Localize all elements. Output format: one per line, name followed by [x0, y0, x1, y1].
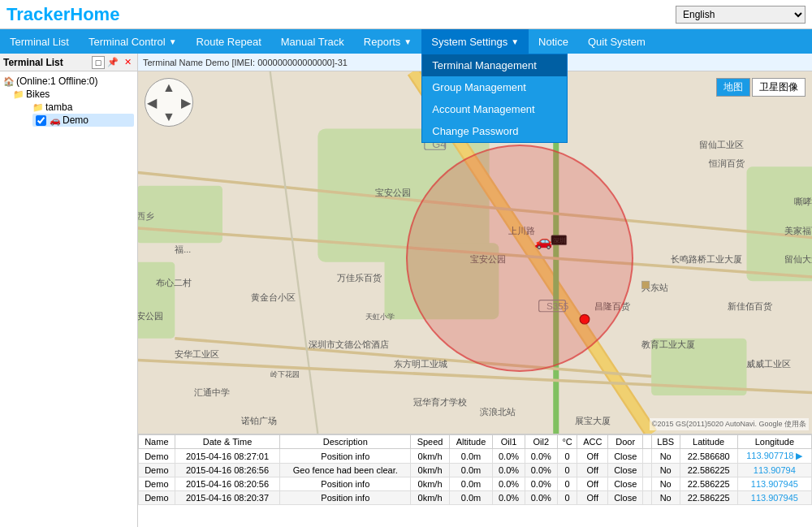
- table-cell: 0.0%: [525, 449, 557, 464]
- logo-text: TrackerHome: [6, 4, 119, 24]
- tree-root[interactable]: 🏠 (Online:1 Offline:0): [3, 75, 134, 88]
- col-acc: ACC: [577, 435, 608, 449]
- table-cell: Close: [608, 491, 643, 505]
- svg-text:天虹小学: 天虹小学: [365, 313, 395, 321]
- table-row[interactable]: Demo2015-04-16 08:27:01Position info0km/…: [139, 449, 812, 464]
- col-latitude: Latitude: [680, 435, 737, 449]
- table-cell: 0km/h: [411, 477, 450, 491]
- tree-demo-label: Demo: [63, 114, 89, 126]
- sidebar-header: Terminal List □ 📌 ✕: [0, 54, 137, 71]
- map-view-button[interactable]: 地图: [716, 78, 750, 97]
- nav-manual-track-label: Manual Track: [281, 36, 344, 48]
- table-cell: 0.0m: [449, 491, 492, 505]
- table-cell: Close: [608, 477, 643, 491]
- sidebar-title: Terminal List: [3, 57, 63, 68]
- tree-bikes[interactable]: 📁 Bikes: [13, 88, 134, 101]
- nav-manual-track[interactable]: Manual Track: [271, 29, 354, 54]
- dropdown-account-management[interactable]: Account Management: [422, 98, 567, 120]
- table-cell: No: [651, 464, 680, 477]
- col-oil1: Oil1: [493, 435, 525, 449]
- nav-route-repeat[interactable]: Route Repeat: [187, 29, 271, 54]
- nav-left-icon[interactable]: ◀: [147, 95, 157, 110]
- table-cell: 0.0%: [493, 477, 525, 491]
- table-cell: 0km/h: [411, 491, 450, 505]
- nav-system-settings[interactable]: System Settings ▼ Terminal Management Gr…: [421, 29, 529, 54]
- table-cell: [643, 464, 651, 477]
- col-datetime: Date & Time: [175, 435, 280, 449]
- folder-icon: 📁: [32, 102, 44, 113]
- table-cell: 2015-04-16 08:26:56: [175, 464, 280, 477]
- nav-route-repeat-label: Route Repeat: [197, 36, 261, 48]
- table-cell: 0km/h: [411, 464, 450, 477]
- col-door: Door: [608, 435, 643, 449]
- nav-up-icon[interactable]: ▲: [162, 80, 175, 95]
- map-nav-control[interactable]: ▲ ▼ ◀ ▶: [145, 78, 193, 127]
- dropdown-group-management[interactable]: Group Management: [422, 76, 567, 98]
- svg-text:威威工业区: 威威工业区: [747, 359, 792, 369]
- dropdown-terminal-management[interactable]: Terminal Management: [422, 54, 567, 76]
- tree-root-label: (Online:1 Offline:0): [16, 76, 98, 87]
- tree-bikes-group: 📁 Bikes 📁 tamba 🚗 Demo: [3, 88, 134, 127]
- table-cell: 0: [557, 449, 577, 464]
- svg-text:宝安公园: 宝安公园: [138, 311, 163, 321]
- bottom-table: Name Date & Time Description Speed Altit…: [138, 434, 812, 527]
- svg-text:长鸣路桥工业大厦: 长鸣路桥工业大厦: [671, 254, 742, 264]
- svg-text:新佳佰百货: 新佳佰百货: [728, 301, 772, 311]
- col-oil2: Oil2: [525, 435, 557, 449]
- sidebar: Terminal List □ 📌 ✕ 🏠 (Online:1 Offline:…: [0, 54, 138, 527]
- table-cell: 0.0%: [493, 464, 525, 477]
- table-cell: 0.0m: [449, 477, 492, 491]
- sidebar-close-icon[interactable]: ✕: [121, 56, 134, 69]
- table-cell: Demo: [139, 449, 175, 464]
- table-cell: 0.0%: [493, 491, 525, 505]
- tree-tamba-node[interactable]: 📁 tamba: [32, 101, 134, 114]
- table-cell: Off: [577, 477, 608, 491]
- nav-system-settings-label: System Settings: [431, 36, 508, 48]
- svg-text:岭下花园: 岭下花园: [270, 370, 300, 378]
- nav-reports[interactable]: Reports ▼: [354, 29, 421, 54]
- tree-demo-node[interactable]: 🚗 Demo: [32, 114, 134, 127]
- nav-terminal-control[interactable]: Terminal Control ▼: [79, 29, 187, 54]
- tree-tamba-label: tamba: [45, 102, 72, 113]
- svg-text:留仙大道: 留仙大道: [784, 254, 812, 264]
- language-select[interactable]: English Chinese: [676, 6, 806, 24]
- table-row[interactable]: Demo2015-04-16 08:20:37Position info0km/…: [139, 491, 812, 505]
- nav-notice[interactable]: Notice: [529, 29, 578, 54]
- table-cell: Close: [608, 449, 643, 464]
- nav-terminal-list[interactable]: Terminal List: [0, 29, 79, 54]
- table-cell: Close: [608, 464, 643, 477]
- svg-text:汇通中学: 汇通中学: [194, 387, 230, 397]
- table-cell: Demo: [139, 491, 175, 505]
- table-cell: 0.0m: [449, 464, 492, 477]
- table-row[interactable]: Demo2015-04-16 08:20:56Position info0km/…: [139, 477, 812, 491]
- table-cell: 0: [557, 477, 577, 491]
- svg-text:诺铂广场: 诺铂广场: [241, 416, 277, 425]
- table-cell: No: [651, 491, 680, 505]
- svg-text:滨浪北站: 滨浪北站: [480, 407, 516, 417]
- nav-terminal-list-label: Terminal List: [10, 36, 69, 48]
- nav-quit-system-label: Quit System: [588, 36, 646, 48]
- sidebar-pin-icon[interactable]: 📌: [106, 56, 119, 69]
- satellite-view-button[interactable]: 卫星图像: [752, 78, 806, 97]
- data-table: Name Date & Time Description Speed Altit…: [138, 434, 812, 505]
- table-row[interactable]: Demo2015-04-16 08:26:56Geo fence had bee…: [139, 464, 812, 477]
- table-cell: 2015-04-16 08:27:01: [175, 449, 280, 464]
- demo-checkbox[interactable]: [36, 115, 46, 126]
- svg-text:安华工业区: 安华工业区: [175, 349, 219, 359]
- col-lbs: LBS: [651, 435, 680, 449]
- col-longitude: Longitude: [737, 435, 811, 449]
- system-settings-dropdown: Terminal Management Group Management Acc…: [421, 54, 568, 143]
- table-cell: Position info: [280, 477, 411, 491]
- table-cell: No: [651, 449, 680, 464]
- nav-right-icon[interactable]: ▶: [181, 95, 191, 110]
- nav-quit-system[interactable]: Quit System: [578, 29, 655, 54]
- svg-rect-6: [747, 166, 813, 281]
- dropdown-change-password[interactable]: Change Password: [422, 120, 567, 142]
- vehicle-marker[interactable]: 🚗: [534, 232, 552, 250]
- map-attribution: ©2015 GS(2011)5020 AutoNavi. Google 使用条: [650, 418, 809, 430]
- table-cell: 0.0%: [525, 477, 557, 491]
- sidebar-minimize-icon[interactable]: □: [92, 56, 105, 69]
- nav-down-icon[interactable]: ▼: [162, 110, 175, 124]
- svg-text:深圳市文德公馆酒店: 深圳市文德公馆酒店: [309, 339, 389, 349]
- table-cell: 113.907945: [737, 477, 811, 491]
